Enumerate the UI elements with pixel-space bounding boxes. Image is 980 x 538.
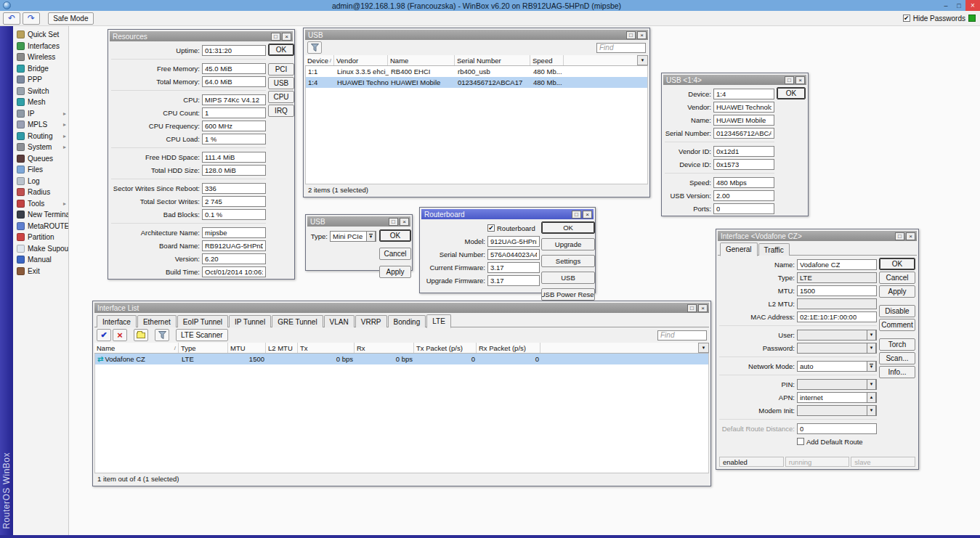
default-route-distance-field[interactable]: 0 <box>797 423 877 434</box>
column-header-type[interactable]: Type <box>179 343 228 353</box>
routerboard-checkbox[interactable]: ✔ <box>487 224 495 232</box>
ok-button[interactable]: OK <box>268 44 294 56</box>
torch-button[interactable]: Torch <box>879 338 915 351</box>
sidebar-item-tools[interactable]: Tools▸ <box>13 198 68 210</box>
tab-vrrp[interactable]: VRRP <box>355 315 387 327</box>
close-icon[interactable]: × <box>282 33 291 41</box>
password-field[interactable]: ▼ <box>797 343 877 354</box>
redo-button[interactable]: ↷ <box>23 12 40 25</box>
sidebar-item-make-supout-rif[interactable]: Make Supout.rif <box>13 243 68 255</box>
pin-field[interactable]: ▼ <box>797 379 877 390</box>
table-row[interactable]: ⇄Vodafone CZLTE15000 bps0 bps00 <box>95 354 708 364</box>
undo-button[interactable]: ↶ <box>3 12 20 25</box>
spin-up-button[interactable]: ▲ <box>867 392 876 403</box>
ok-button[interactable]: OK <box>777 87 806 99</box>
maximize-icon[interactable]: □ <box>572 211 581 219</box>
table-row[interactable]: 1:1Linux 3.3.5 ehci_...RB400 EHCIrb400_u… <box>306 66 647 77</box>
ok-button[interactable]: OK <box>379 229 411 242</box>
usb-list-window-titlebar[interactable]: USB □ × <box>305 30 648 40</box>
sidebar-item-metarouter[interactable]: MetaROUTER <box>13 221 68 232</box>
column-header-speed[interactable]: Speed <box>530 55 564 65</box>
modem-init-field[interactable]: ▼ <box>797 405 877 416</box>
sidebar-item-interfaces[interactable]: Interfaces <box>13 41 68 52</box>
maximize-icon[interactable]: □ <box>785 76 794 84</box>
sidebar-item-partition[interactable]: Partition <box>13 232 68 243</box>
tab-gre-tunnel[interactable]: GRE Tunnel <box>272 315 323 327</box>
dropdown-button[interactable]: ▼ <box>867 405 876 416</box>
cancel-button[interactable]: Cancel <box>879 272 915 284</box>
column-selector-button[interactable]: ▼ <box>637 55 648 65</box>
column-header-vendor[interactable]: Vendor <box>334 55 388 65</box>
user-field[interactable]: ▼ <box>797 330 877 341</box>
tab-interface[interactable]: Interface <box>97 315 137 327</box>
sidebar-item-queues[interactable]: Queues <box>13 153 68 165</box>
tab-eoip-tunnel[interactable]: EoIP Tunnel <box>177 315 228 327</box>
ok-button[interactable]: OK <box>879 258 915 270</box>
column-header-rx-packet-p-s[interactable]: Rx Packet (p/s) <box>477 343 540 353</box>
resources-window-titlebar[interactable]: Resources □ × <box>110 31 293 41</box>
close-icon[interactable]: × <box>698 304 708 312</box>
main-titlebar[interactable]: admin@192.168.1.98 (Francouzska) - WinBo… <box>0 0 980 11</box>
tab-lte[interactable]: LTE <box>426 314 451 328</box>
column-header-tx-packet-p-s[interactable]: Tx Packet (p/s) <box>414 343 477 353</box>
maximize-icon[interactable]: □ <box>271 33 280 41</box>
table-row[interactable]: 1:4HUAWEI Technol...HUAWEI Mobile0123456… <box>306 77 647 88</box>
tab-ethernet[interactable]: Ethernet <box>137 315 177 327</box>
comment-button[interactable]: Comment <box>879 319 915 331</box>
sidebar-item-ppp[interactable]: PPP <box>13 74 68 86</box>
restore-button[interactable]: □ <box>952 0 965 11</box>
safe-mode-button[interactable]: Safe Mode <box>48 12 93 25</box>
enable-button[interactable]: ✔ <box>97 329 111 341</box>
tab-general[interactable]: General <box>720 242 758 256</box>
disable-button[interactable]: Disable <box>879 305 915 317</box>
irq-button[interactable]: IRQ <box>268 105 294 117</box>
column-header-name[interactable]: Name/ <box>94 343 179 353</box>
apn-field[interactable]: internet▲ <box>797 392 877 403</box>
usb-power-reset-button[interactable]: USB Power Reset <box>541 288 595 301</box>
sidebar-item-switch[interactable]: Switch <box>13 86 68 97</box>
add-default-route-checkbox[interactable] <box>797 438 804 445</box>
dropdown-button[interactable]: ▼ <box>867 343 876 354</box>
sidebar-item-ip[interactable]: IP▸ <box>13 108 68 120</box>
sidebar-item-quick-set[interactable]: Quick Set <box>13 29 68 41</box>
cancel-button[interactable]: Cancel <box>379 248 411 260</box>
apply-button[interactable]: Apply <box>879 285 915 298</box>
mac-address-field[interactable]: 02:1E:10:1F:00:00 <box>797 311 877 322</box>
tab-ip-tunnel[interactable]: IP Tunnel <box>229 315 271 327</box>
sidebar-item-radius[interactable]: Radius <box>13 187 68 198</box>
column-header-serial-number[interactable]: Serial Number <box>455 55 530 65</box>
column-selector-button[interactable]: ▼ <box>698 343 709 353</box>
hide-passwords-checkbox[interactable]: ✔ <box>903 15 910 22</box>
interface-detail-window-titlebar[interactable]: Interface <Vodafone CZ> □ × <box>718 231 917 241</box>
sidebar-item-bridge[interactable]: Bridge <box>13 63 68 75</box>
minimize-button[interactable]: – <box>939 0 952 11</box>
ok-button[interactable]: OK <box>541 221 595 234</box>
sidebar-item-routing[interactable]: Routing▸ <box>13 131 68 142</box>
column-header-mtu[interactable]: MTU <box>228 343 266 353</box>
close-icon[interactable]: × <box>795 76 805 84</box>
sidebar-item-mesh[interactable]: Mesh <box>13 97 68 108</box>
sidebar-item-log[interactable]: Log <box>13 176 68 187</box>
column-header-name[interactable]: Name <box>388 55 455 65</box>
upgrade-button[interactable]: Upgrade <box>541 238 595 250</box>
tab-traffic[interactable]: Traffic <box>758 243 790 256</box>
usb-detail-window-titlebar[interactable]: USB <1:4> □ × <box>663 75 806 85</box>
type-field[interactable]: Mini PCIe▼ <box>330 231 376 242</box>
find-input[interactable] <box>596 43 646 53</box>
settings-button[interactable]: Settings <box>541 255 595 267</box>
maximize-icon[interactable]: □ <box>895 232 904 240</box>
dropdown-button[interactable]: ▼ <box>867 330 876 341</box>
network-mode-field[interactable]: auto▼ <box>797 361 877 372</box>
cpu-button[interactable]: CPU <box>268 91 294 103</box>
column-header-device[interactable]: Device/ <box>305 55 334 65</box>
routerboard-window-titlebar[interactable]: Routerboard □ × <box>421 209 594 219</box>
disable-button[interactable]: × <box>113 329 127 341</box>
filter-button[interactable] <box>307 41 322 54</box>
sidebar-item-system[interactable]: System▸ <box>13 142 68 153</box>
usb-type-window-titlebar[interactable]: USB □ × <box>307 216 410 227</box>
usb-button[interactable]: USB <box>541 272 595 284</box>
mtu-field[interactable]: 1500 <box>797 285 877 296</box>
close-icon[interactable]: × <box>906 232 915 240</box>
close-icon[interactable]: × <box>400 218 409 226</box>
dropdown-button[interactable]: ▼ <box>366 231 376 242</box>
